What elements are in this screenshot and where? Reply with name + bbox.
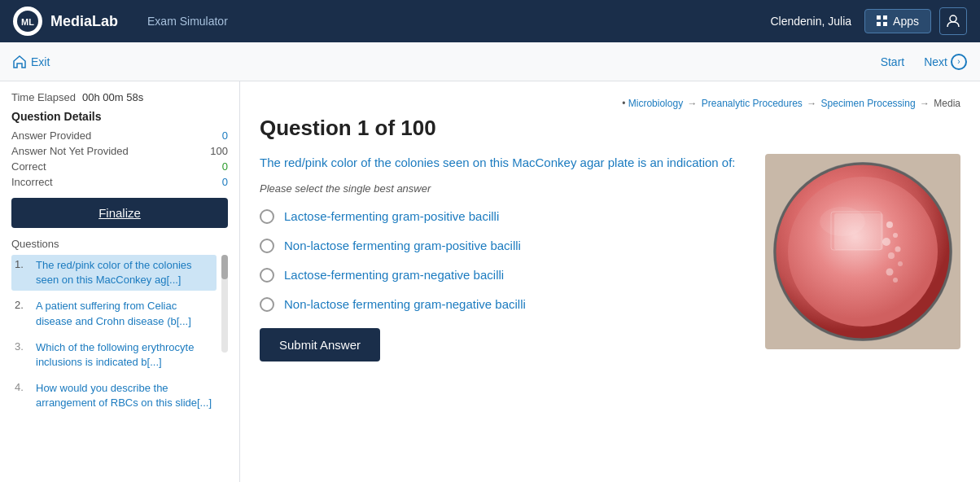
answer-option-3[interactable]: Lactose-fermenting gram-negative bacilli xyxy=(260,268,749,283)
answer-text-1: Lactose-fermenting gram-positive bacilli xyxy=(284,209,499,223)
stat-label-1: Answer Not Yet Provided xyxy=(11,145,129,157)
stat-answer-not-provided: Answer Not Yet Provided 100 xyxy=(11,145,228,157)
breadcrumb-specimen: Specimen Processing xyxy=(821,98,916,109)
stat-value-0: 0 xyxy=(222,129,228,142)
time-elapsed-row: Time Elapsed 00h 00m 58s xyxy=(11,91,228,103)
logo: ML MediaLab xyxy=(13,7,118,36)
stat-incorrect: Incorrect 0 xyxy=(11,176,228,188)
finalize-button[interactable]: Finalize xyxy=(11,198,228,228)
submit-button[interactable]: Submit Answer xyxy=(260,328,380,362)
questions-list: 1. The red/pink color of the colonies se… xyxy=(11,255,217,419)
apps-button[interactable]: Apps xyxy=(864,9,931,33)
breadcrumb-dot: • xyxy=(622,98,625,109)
user-avatar-button[interactable] xyxy=(939,7,967,35)
question-link-1[interactable]: The red/pink color of the colonies seen … xyxy=(36,258,213,287)
stat-value-2: 0 xyxy=(222,160,228,173)
answer-options: Lactose-fermenting gram-positive bacilli… xyxy=(260,209,749,312)
question-content: The red/pink color of the colonies seen … xyxy=(260,154,960,362)
content-area: • Microbiology → Preanalytic Procedures … xyxy=(240,81,980,482)
scrollbar-thumb[interactable] xyxy=(221,255,228,279)
question-link-2[interactable]: A patient suffering from Celiac disease … xyxy=(36,299,213,328)
exit-button[interactable]: Exit xyxy=(13,55,50,68)
breadcrumb-arrow-2: → xyxy=(807,98,816,109)
start-button[interactable]: Start xyxy=(881,55,905,68)
svg-point-9 xyxy=(886,221,893,228)
svg-text:ML: ML xyxy=(21,17,34,27)
svg-point-10 xyxy=(893,233,898,238)
stats-section: Answer Provided 0 Answer Not Yet Provide… xyxy=(11,129,228,188)
scrollbar-track[interactable] xyxy=(221,255,228,353)
radio-1[interactable] xyxy=(260,209,274,224)
answer-text-4: Non-lactose fermenting gram-negative bac… xyxy=(284,297,526,311)
question-instruction: Please select the single best answer xyxy=(260,182,749,195)
logo-icon: ML xyxy=(13,7,42,36)
list-item[interactable]: 4. How would you describe the arrangemen… xyxy=(11,378,217,414)
time-label: Time Elapsed xyxy=(11,91,76,103)
agar-plate-svg xyxy=(769,158,956,345)
answer-option-4[interactable]: Non-lactose fermenting gram-negative bac… xyxy=(260,297,749,312)
header: ML MediaLab Exam Simulator Clendenin, Ju… xyxy=(0,0,980,42)
breadcrumb-preanalytic: Preanalytic Procedures xyxy=(702,98,803,109)
next-button[interactable]: Next › xyxy=(924,54,967,70)
svg-point-6 xyxy=(788,177,938,326)
svg-point-14 xyxy=(898,261,903,266)
home-icon xyxy=(13,55,26,68)
answer-text-2: Non-lactose fermenting gram-positive bac… xyxy=(284,239,521,252)
question-text: The red/pink color of the colonies seen … xyxy=(260,154,749,173)
svg-point-12 xyxy=(895,247,901,252)
radio-2[interactable] xyxy=(260,239,274,253)
stat-answer-provided: Answer Provided 0 xyxy=(11,129,228,142)
list-item[interactable]: 2. A patient suffering from Celiac disea… xyxy=(11,296,217,331)
questions-section: 1. The red/pink color of the colonies se… xyxy=(11,255,228,419)
stat-label-0: Answer Provided xyxy=(11,129,91,142)
list-item[interactable]: 1. The red/pink color of the colonies se… xyxy=(11,255,217,291)
breadcrumb-arrow-3: → xyxy=(920,98,930,109)
question-num-4: 4. xyxy=(15,381,31,393)
list-item[interactable]: 3. Which of the following erythrocyte in… xyxy=(11,337,217,373)
question-left-panel: The red/pink color of the colonies seen … xyxy=(260,154,749,362)
question-num-2: 2. xyxy=(15,299,31,311)
time-value: 00h 00m 58s xyxy=(82,91,143,103)
question-link-3[interactable]: Which of the following erythrocyte inclu… xyxy=(36,340,213,370)
next-label: Next xyxy=(924,55,947,68)
question-image xyxy=(765,154,960,349)
question-num-3: 3. xyxy=(15,340,31,353)
stat-label-2: Correct xyxy=(11,160,46,173)
svg-point-2 xyxy=(950,15,956,22)
stat-label-3: Incorrect xyxy=(11,176,53,188)
radio-3[interactable] xyxy=(260,268,274,283)
svg-point-15 xyxy=(886,269,894,276)
breadcrumb: • Microbiology → Preanalytic Procedures … xyxy=(260,98,960,109)
exit-label: Exit xyxy=(31,55,50,68)
question-num-1: 1. xyxy=(15,258,31,270)
apps-grid-icon xyxy=(877,15,888,27)
logo-svg: ML xyxy=(16,10,39,33)
svg-point-17 xyxy=(820,207,865,236)
stat-correct: Correct 0 xyxy=(11,160,228,173)
next-circle-icon: › xyxy=(951,54,967,70)
answer-option-2[interactable]: Non-lactose fermenting gram-positive bac… xyxy=(260,239,749,253)
question-link-4[interactable]: How would you describe the arrangement o… xyxy=(36,381,213,410)
subheader: Exit Start Next › xyxy=(0,42,980,81)
main-layout: Time Elapsed 00h 00m 58s Question Detail… xyxy=(0,81,980,482)
breadcrumb-media: Media xyxy=(934,98,960,109)
stat-value-1: 100 xyxy=(210,145,228,157)
svg-point-11 xyxy=(882,238,890,246)
questions-section-label: Questions xyxy=(11,238,228,250)
question-title: Question 1 of 100 xyxy=(260,116,960,141)
radio-4[interactable] xyxy=(260,297,274,312)
answer-option-1[interactable]: Lactose-fermenting gram-positive bacilli xyxy=(260,209,749,224)
user-name: Clendenin, Julia xyxy=(770,15,851,28)
breadcrumb-microbiology: Microbiology xyxy=(628,98,683,109)
breadcrumb-arrow-1: → xyxy=(687,98,697,109)
stat-value-3: 0 xyxy=(222,176,228,188)
answer-text-3: Lactose-fermenting gram-negative bacilli xyxy=(284,268,504,282)
app-subtitle: Exam Simulator xyxy=(147,15,228,28)
sidebar: Time Elapsed 00h 00m 58s Question Detail… xyxy=(0,81,240,482)
user-icon xyxy=(946,14,960,28)
question-details-title: Question Details xyxy=(11,110,228,123)
svg-point-13 xyxy=(888,252,895,259)
apps-label: Apps xyxy=(893,15,919,28)
app-name: MediaLab xyxy=(50,13,118,30)
svg-point-16 xyxy=(893,278,898,283)
